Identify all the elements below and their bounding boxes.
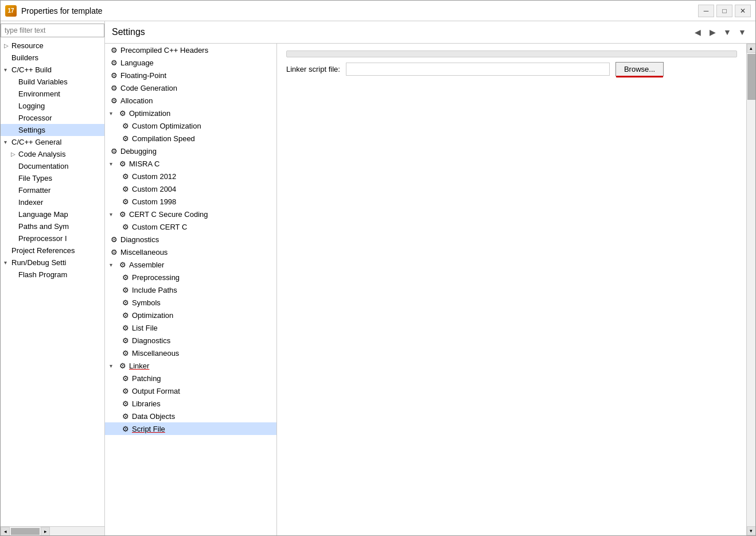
expand-arrow: ▾	[110, 262, 116, 268]
mid-item-include-paths[interactable]: ⚙ Include Paths	[105, 283, 276, 296]
mid-item-patching[interactable]: ⚙ Patching	[105, 372, 276, 384]
sidebar-item-label: Run/Debug Setti	[11, 258, 66, 267]
mid-item-label: Floating-Point	[120, 71, 166, 80]
sidebar-item-label: Indexer	[18, 198, 43, 207]
sidebar-item-paths-sym[interactable]: Paths and Sym	[1, 220, 104, 232]
scroll-right-arrow[interactable]: ▸	[41, 527, 50, 536]
browse-button[interactable]: Browse...	[615, 62, 664, 76]
sidebar-item-documentation[interactable]: Documentation	[1, 160, 104, 172]
right-scrollbar[interactable]: ▴ ▾	[746, 44, 755, 535]
mid-item-data-objects[interactable]: ⚙ Data Objects	[105, 410, 276, 422]
mid-item-custom-2012[interactable]: ⚙ Custom 2012	[105, 170, 276, 182]
sidebar-item-flash-program[interactable]: Flash Program	[1, 269, 104, 281]
mid-item-compilation-speed[interactable]: ⚙ Compilation Speed	[105, 132, 276, 145]
gear-icon: ⚙	[121, 336, 130, 345]
nav-back-button[interactable]: ◀	[691, 26, 704, 38]
scroll-down-arrow[interactable]: ▾	[747, 526, 756, 535]
mid-item-symbols[interactable]: ⚙ Symbols	[105, 296, 276, 309]
mid-item-label: Custom 2004	[132, 185, 176, 193]
linker-script-input[interactable]	[346, 63, 610, 76]
mid-item-floating-point[interactable]: ⚙ Floating-Point	[105, 69, 276, 81]
mid-item-output-format[interactable]: ⚙ Output Format	[105, 384, 276, 397]
sidebar-item-logging[interactable]: Logging	[1, 100, 104, 112]
nav-forward-button[interactable]: ▶	[706, 26, 719, 38]
sidebar-item-settings[interactable]: Settings	[1, 124, 104, 136]
gear-icon: ⚙	[121, 323, 130, 332]
sidebar-item-run-debug[interactable]: ▾ Run/Debug Setti	[1, 257, 104, 269]
content-scrollbar-top[interactable]	[286, 51, 737, 57]
mid-item-label: Miscellaneous	[132, 349, 179, 358]
sidebar-item-ccpp-general[interactable]: ▾ C/C++ General	[1, 136, 104, 148]
gear-icon: ⚙	[121, 285, 130, 294]
sidebar-item-language-map[interactable]: Language Map	[1, 208, 104, 220]
sidebar-item-build-variables[interactable]: Build Variables	[1, 76, 104, 88]
sidebar-item-preprocessor[interactable]: Preprocessor I	[1, 232, 104, 244]
linker-script-row: Linker script file: Browse...	[286, 62, 737, 76]
gear-icon: ⚙	[121, 273, 130, 282]
sidebar-item-ccpp-build[interactable]: ▾ C/C++ Build	[1, 64, 104, 76]
sidebar-item-environment[interactable]: Environment	[1, 88, 104, 100]
mid-item-custom-1998[interactable]: ⚙ Custom 1998	[105, 195, 276, 208]
scroll-thumb[interactable]	[11, 528, 40, 535]
sidebar-item-label: C/C++ General	[11, 138, 61, 146]
left-panel: ▷ Resource Builders ▾ C/C++ Build Build …	[1, 21, 105, 535]
minimize-button[interactable]: ─	[698, 5, 714, 17]
sidebar-item-builders[interactable]: Builders	[1, 52, 104, 64]
mid-item-linker[interactable]: ▾ ⚙ Linker	[105, 359, 276, 372]
sidebar-item-file-types[interactable]: File Types	[1, 172, 104, 184]
mid-item-debugging[interactable]: ⚙ Debugging	[105, 145, 276, 157]
mid-item-label: Code Generation	[120, 84, 177, 92]
mid-item-preprocessing[interactable]: ⚙ Preprocessing	[105, 271, 276, 283]
nav-down-button[interactable]: ▼	[721, 26, 734, 38]
sidebar-item-label: Build Variables	[18, 77, 68, 86]
scroll-up-arrow[interactable]: ▴	[747, 44, 756, 53]
mid-item-assembler[interactable]: ▾ ⚙ Assembler	[105, 258, 276, 271]
mid-item-custom-cert-c[interactable]: ⚙ Custom CERT C	[105, 220, 276, 233]
close-button[interactable]: ✕	[735, 5, 751, 17]
title-bar-left: 17 Properties for template	[5, 5, 103, 17]
mid-item-misra-c[interactable]: ▾ ⚙ MISRA C	[105, 157, 276, 170]
mid-item-code-generation[interactable]: ⚙ Code Generation	[105, 81, 276, 94]
gear-icon: ⚙	[118, 260, 127, 269]
expand-arrow: ▾	[4, 67, 10, 73]
mid-item-precompiled-cpp[interactable]: ⚙ Precompiled C++ Headers	[105, 44, 276, 56]
sidebar-item-label: File Types	[18, 174, 52, 182]
maximize-button[interactable]: □	[716, 5, 732, 17]
expand-arrow: ▾	[110, 110, 116, 116]
sidebar-item-formatter[interactable]: Formatter	[1, 184, 104, 196]
mid-item-optimization-asm[interactable]: ⚙ Optimization	[105, 309, 276, 321]
mid-item-label: Script File	[132, 425, 165, 433]
main-content-area: Linker script file: Browse...	[277, 44, 746, 535]
mid-item-diagnostics[interactable]: ⚙ Diagnostics	[105, 233, 276, 246]
mid-item-libraries[interactable]: ⚙ Libraries	[105, 397, 276, 410]
sidebar-item-code-analysis[interactable]: ▷ Code Analysis	[1, 148, 104, 160]
scroll-thumb[interactable]	[747, 54, 755, 100]
scroll-left-arrow[interactable]: ◂	[1, 527, 10, 536]
mid-item-optimization[interactable]: ▾ ⚙ Optimization	[105, 107, 276, 119]
mid-item-script-file[interactable]: ⚙ Script File	[105, 422, 276, 435]
gear-icon: ⚙	[121, 374, 130, 383]
filter-input[interactable]	[1, 24, 104, 37]
expand-arrow: ▾	[110, 363, 116, 369]
gear-icon: ⚙	[121, 222, 130, 231]
sidebar-item-project-references[interactable]: Project References	[1, 244, 104, 257]
sidebar-item-resource[interactable]: ▷ Resource	[1, 40, 104, 52]
mid-item-miscellaneous-asm[interactable]: ⚙ Miscellaneous	[105, 347, 276, 359]
sidebar-item-label: Language Map	[18, 210, 68, 219]
mid-item-miscellaneous[interactable]: ⚙ Miscellaneous	[105, 246, 276, 258]
nav-more-button[interactable]: ▼	[736, 26, 749, 38]
mid-item-custom-optimization[interactable]: ⚙ Custom Optimization	[105, 119, 276, 132]
mid-item-list-file[interactable]: ⚙ List File	[105, 321, 276, 334]
mid-item-language[interactable]: ⚙ Language	[105, 56, 276, 69]
gear-icon: ⚙	[118, 159, 127, 168]
mid-item-allocation[interactable]: ⚙ Allocation	[105, 94, 276, 107]
sidebar-item-indexer[interactable]: Indexer	[1, 196, 104, 208]
sidebar-item-label: Processor	[18, 114, 52, 122]
mid-item-custom-2004[interactable]: ⚙ Custom 2004	[105, 182, 276, 195]
left-panel-scrollbar[interactable]: ◂ ▸	[1, 526, 104, 535]
mid-item-label: Include Paths	[132, 286, 177, 294]
gear-icon: ⚙	[121, 184, 130, 193]
mid-item-diagnostics-asm[interactable]: ⚙ Diagnostics	[105, 334, 276, 347]
mid-item-cert-c[interactable]: ▾ ⚙ CERT C Secure Coding	[105, 208, 276, 220]
sidebar-item-processor[interactable]: Processor	[1, 112, 104, 124]
